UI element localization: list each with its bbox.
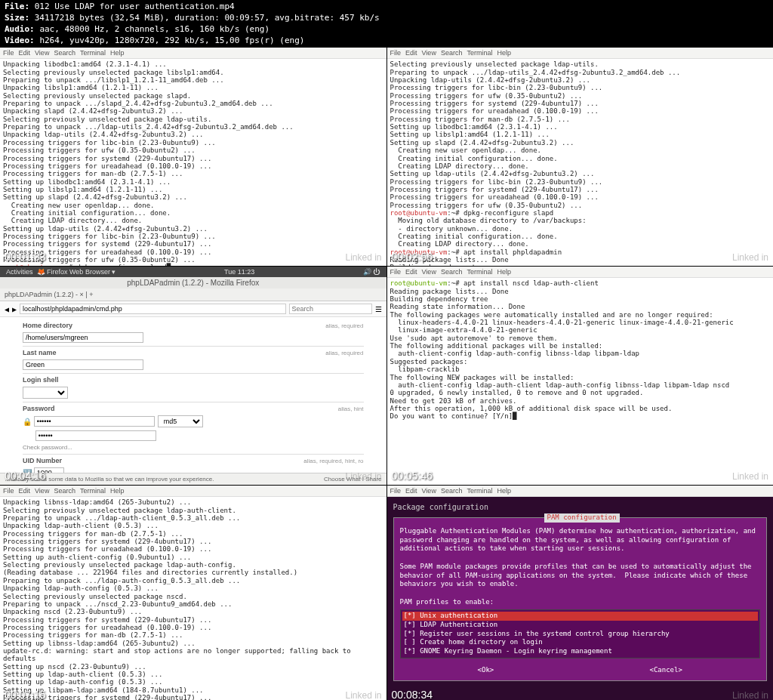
file-info-header: File: 012 Use LDAP for user authenticati… (0, 0, 773, 48)
frame-4: FileEditViewSearchTerminalHelp root@ubun… (387, 267, 774, 485)
watermark: Linked in (345, 690, 381, 700)
forward-icon[interactable]: ▶ (12, 305, 17, 313)
search-input[interactable] (289, 304, 372, 314)
browser-tab[interactable]: phpLDAPadmin (1.2.2) - × | + (0, 288, 386, 301)
pam-item-systemd[interactable]: [*] Register user sessions in the system… (402, 630, 759, 639)
frame-5: FileEditViewSearchTerminalHelp Unpacking… (0, 486, 386, 700)
terminal-menubar[interactable]: FileEditViewSearchTerminalHelp (387, 486, 774, 497)
lock-icon: 🔒 (23, 418, 32, 426)
pam-item-unix[interactable]: [*] Unix authentication (402, 612, 759, 621)
timestamp: 00:02:56 (392, 251, 433, 263)
frame-3: Activities 🦊 Firefox Web Browser ▾Tue 11… (0, 267, 386, 485)
timestamp: 00:07:15 (5, 689, 46, 700)
pam-config-screen: Package configuration PAM configuration … (387, 497, 774, 700)
pam-profile-list[interactable]: [*] Unix authentication [*] LDAP Authent… (400, 609, 761, 658)
pam-item-homedir[interactable]: [ ] Create home directory on login (402, 638, 759, 647)
terminal-menubar[interactable]: FileEditViewSearchTerminalHelp (387, 48, 774, 59)
gnome-topbar[interactable]: Activities 🦊 Firefox Web Browser ▾Tue 11… (0, 267, 386, 277)
home-dir-input[interactable] (23, 332, 143, 343)
back-icon[interactable]: ◀ (5, 305, 9, 313)
watermark: Linked in (732, 690, 768, 700)
address-bar[interactable]: ◀▶ ☰ (0, 301, 386, 317)
login-shell-select[interactable] (23, 387, 68, 399)
pam-dialog: PAM configuration Pluggable Authenticati… (393, 517, 768, 681)
hash-select[interactable]: md5 (158, 415, 203, 427)
watermark: Linked in (732, 471, 768, 482)
lastname-input[interactable] (23, 359, 143, 370)
pam-dialog-title: PAM configuration (544, 513, 620, 523)
frame-6: FileEditViewSearchTerminalHelp Package c… (387, 486, 774, 700)
ok-button[interactable]: <Ok> (478, 666, 494, 675)
pam-item-ldap[interactable]: [*] LDAP Authentication (402, 621, 759, 630)
terminal-menubar[interactable]: FileEditViewSearchTerminalHelp (0, 48, 386, 59)
window-title: phpLDAPadmin (1.2.2) - Mozilla Firefox (0, 277, 386, 288)
phpldapadmin-form: Home directoryalias, required Last namea… (0, 317, 386, 473)
timestamp: 00:05:46 (392, 470, 433, 482)
menu-icon[interactable]: ☰ (375, 305, 382, 313)
timestamp: 00:08:34 (392, 689, 433, 700)
cancel-button[interactable]: <Cancel> (650, 666, 682, 675)
package-config-title: Package configuration (393, 503, 768, 511)
pam-item-keyring[interactable]: [*] GNOME Keyring Daemon - Login keyring… (402, 647, 759, 656)
firefox-infobar[interactable]: …atically sends some data to Mozilla so … (0, 473, 386, 485)
terminal-menubar[interactable]: FileEditViewSearchTerminalHelp (0, 486, 386, 497)
watermark: Linked in (345, 471, 381, 482)
password-input[interactable] (34, 416, 155, 427)
password-confirm-input[interactable] (35, 430, 156, 441)
frame-1: FileEditViewSearchTerminalHelp Unpacking… (0, 48, 386, 266)
timestamp: 00:01:33 (5, 251, 46, 263)
frame-2: FileEditViewSearchTerminalHelp Selecting… (387, 48, 774, 266)
terminal-output[interactable]: Unpacking libodbc1:amd64 (2.3.1-4.1) ...… (0, 59, 386, 266)
url-input[interactable] (20, 304, 285, 314)
terminal-output[interactable]: root@ubuntu-vm:~# apt install nscd ldap-… (387, 278, 774, 485)
terminal-output[interactable]: Selecting previously unselected package … (387, 59, 774, 266)
watermark: Linked in (732, 252, 768, 263)
terminal-output[interactable]: Unpacking libnss-ldap:amd64 (265-3ubuntu… (0, 497, 386, 700)
terminal-menubar[interactable]: FileEditViewSearchTerminalHelp (387, 267, 774, 278)
timestamp: 00:04:16 (5, 470, 46, 482)
watermark: Linked in (345, 252, 381, 263)
